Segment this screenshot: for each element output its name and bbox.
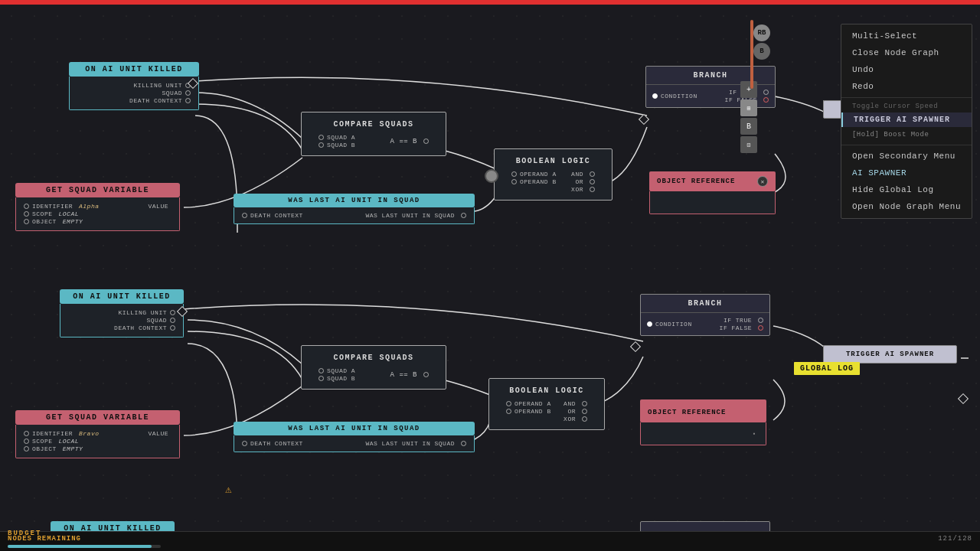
menu-hide-global-log[interactable]: Hide Global Log [841, 181, 972, 198]
death-context-port-2 [170, 325, 175, 331]
operandA-in-1 [511, 171, 517, 177]
budget-label-row: NODES REMAINING 121/128 [8, 535, 972, 543]
operandA-in-2 [506, 401, 511, 406]
menu-ai-spawner[interactable]: AI SPAWNER [841, 165, 972, 181]
budget-progress-bar [8, 545, 161, 548]
context-menu: Multi-Select Close Node Graph Undo Redo … [841, 24, 972, 219]
menu-undo[interactable]: Undo [841, 61, 972, 78]
scope-port-2 [24, 439, 29, 444]
condition-in-1 [652, 93, 658, 99]
node-on-ai-unit-killed-2[interactable]: ON AI UNIT KILLED KILLING UNIT SQUAD DEA… [60, 289, 184, 337]
menu-redo[interactable]: Redo [841, 78, 972, 95]
object-port-2 [24, 446, 29, 452]
iftrue-out-1 [763, 90, 769, 95]
eq-port-out-1 [423, 139, 429, 144]
menu-toggle-cursor-label: Toggle Cursor Speed [841, 100, 972, 112]
object-port [24, 219, 29, 224]
budget-bar: NODES REMAINING 121/128 [0, 531, 980, 551]
global-log-badge: GLOBAL LOG [794, 362, 860, 375]
node-boolean-logic-1[interactable]: BOOLEAN LOGIC OPERAND A OPERAND B AND [494, 148, 612, 201]
rb-badge: RB [753, 24, 770, 41]
identifier-port [24, 204, 29, 209]
branch-btn-up-1[interactable]: + [740, 81, 757, 98]
xor-out-2 [582, 416, 587, 422]
killing-unit-port-2 [170, 310, 175, 315]
budget-label: BUDGET [8, 530, 41, 537]
menu-close-node-graph[interactable]: Close Node Graph [841, 44, 972, 61]
operandB-in-2 [506, 409, 511, 414]
scope-port [24, 211, 29, 217]
iffalse-out-1 [763, 97, 769, 103]
node-boolean-logic-2[interactable]: BOOLEAN LOGIC OPERAND A OPERAND B AND [488, 378, 605, 430]
was-last-out-2 [461, 441, 466, 446]
menu-divider-2 [841, 145, 972, 145]
squad-port-2 [170, 318, 175, 323]
death-context-in-2 [242, 441, 247, 446]
branch-toolbar-1: + ⊞ B ⊡ [740, 81, 757, 153]
diamond-conn-2-far-right [958, 393, 969, 404]
branch-btn-icon-1[interactable]: ⊞ [740, 99, 757, 116]
or-out-1 [590, 179, 595, 184]
budget-value: 121/128 [938, 535, 972, 543]
eq-port-out-2 [423, 372, 429, 377]
boolean-logic-circle-1 [485, 169, 498, 183]
menu-open-secondary[interactable]: Open Secondary Menu [841, 148, 972, 165]
squadA-port-in-2 [318, 368, 324, 373]
menu-trigger-ai-spawner[interactable]: TRIGGER AI SPAWNER [854, 116, 961, 124]
squadB-port-in-1 [318, 142, 324, 148]
node-compare-squads-2[interactable]: COMPARE SQUADS SQUAD A SQUAD B A == B [301, 345, 446, 390]
menu-open-node-graph[interactable]: Open Node Graph Menu [841, 198, 972, 215]
diamond-conn-2-right [630, 341, 641, 352]
node-compare-squads-1[interactable]: COMPARE SQUADS SQUAD A SQUAD B A == B [301, 112, 446, 156]
was-last-out-1 [461, 213, 466, 218]
node-branch-2[interactable]: BRANCH CONDITION IF TRUE IF FALSE [640, 294, 770, 336]
b-badge: B [753, 43, 770, 60]
node-was-last-ai-unit-2[interactable]: WAS LAST AI UNIT IN SQUAD DEATH CONTEXT … [234, 422, 475, 452]
node-get-squad-variable-2[interactable]: GET SQUAD VARIABLE IDENTIFIER Bravo VALU… [15, 410, 180, 458]
branch-btn-xy-1[interactable]: ⊡ [740, 136, 757, 153]
node-trigger-ai-spawner-1[interactable]: TRIGGER AI SPAWNER [823, 100, 840, 116]
warning-icon: ⚠ [225, 483, 231, 496]
and-out-2 [582, 401, 587, 406]
squad-port-1 [185, 90, 191, 96]
squadA-port-in-1 [318, 135, 324, 140]
node-was-last-ai-unit-1[interactable]: WAS LAST AI UNIT IN SQUAD DEATH CONTEXT … [234, 194, 475, 224]
or-out-2 [582, 409, 587, 414]
node-object-reference-1[interactable]: OBJECT REFERENCE ✕ [649, 171, 776, 214]
node-object-reference-2[interactable]: OBJECT REFERENCE ▪ [640, 399, 766, 445]
node-get-squad-variable-1[interactable]: GET SQUAD VARIABLE IDENTIFIER Alpha VALU… [15, 183, 180, 231]
iftrue-out-2 [758, 318, 763, 323]
diamond-conn-1-right [639, 114, 649, 125]
menu-multi-select[interactable]: Multi-Select [841, 28, 972, 44]
node-on-ai-unit-killed-1[interactable]: ON AI UNIT KILLED KILLING UNIT SQUAD DEA… [69, 62, 199, 110]
death-context-in-1 [242, 213, 247, 218]
and-out-1 [590, 171, 595, 177]
object-ref-x-1[interactable]: ✕ [757, 176, 768, 187]
death-context-port-1 [185, 98, 191, 103]
identifier-port-2 [24, 431, 29, 436]
branch-btn-b-1[interactable]: B [740, 118, 757, 135]
canvas: ON AI UNIT KILLED KILLING UNIT SQUAD DEA… [0, 5, 980, 551]
node-trigger-ai-spawner-2[interactable]: TRIGGER AI SPAWNER AI SPAWNER [823, 345, 892, 362]
budget-progress-fill [8, 545, 152, 548]
menu-hold-boost[interactable]: [Hold] Boost Mode [841, 127, 972, 142]
condition-in-2 [647, 321, 652, 327]
menu-divider-1 [841, 97, 972, 98]
iffalse-out-2 [758, 325, 763, 331]
xor-out-1 [590, 187, 595, 192]
squadB-port-in-2 [318, 376, 324, 381]
operandB-in-1 [511, 179, 517, 184]
